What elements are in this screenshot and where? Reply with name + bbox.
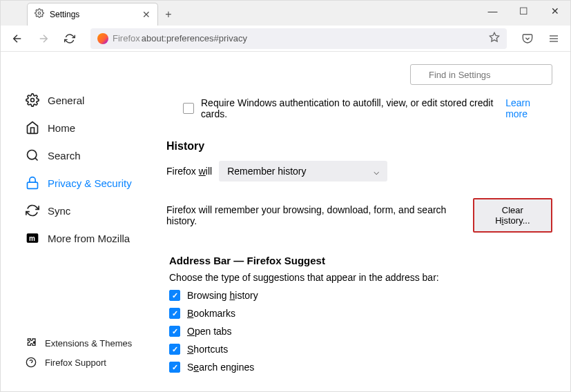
- sidebar-label: Privacy & Security: [48, 177, 132, 189]
- tab-title: Settings: [50, 10, 137, 19]
- svg-rect-8: [28, 182, 38, 188]
- toolbar: Firefox about:preferences#privacy: [1, 26, 570, 52]
- help-icon: [26, 357, 37, 368]
- sidebar-item-extensions[interactable]: Extensions & Themes: [21, 333, 153, 353]
- gear-icon: [35, 8, 44, 21]
- sidebar-label: Sync: [48, 205, 70, 217]
- windows-auth-label: Require Windows authentication to autofi…: [201, 97, 505, 119]
- url-text: Firefox about:preferences#privacy: [113, 33, 247, 43]
- opentabs-checkbox[interactable]: [169, 326, 180, 337]
- sync-icon: [26, 204, 39, 217]
- svg-line-7: [35, 158, 38, 161]
- bookmarks-label: Bookmarks: [187, 308, 235, 319]
- svg-point-0: [38, 12, 41, 14]
- back-button[interactable]: [8, 29, 27, 48]
- sidebar: General Home Search Privacy & Security S…: [1, 52, 153, 392]
- pocket-icon[interactable]: [518, 29, 537, 48]
- opentabs-label: Open tabs: [187, 326, 232, 337]
- forward-button[interactable]: [34, 29, 53, 48]
- svg-text:m: m: [29, 235, 35, 242]
- svg-marker-1: [490, 32, 499, 41]
- searchengines-label: Search engines: [187, 362, 254, 373]
- window-controls: — ☐ ✕: [477, 1, 570, 21]
- new-tab-button[interactable]: +: [158, 3, 179, 26]
- select-value: Remember history: [227, 166, 306, 177]
- windows-auth-checkbox[interactable]: [183, 103, 194, 114]
- svg-point-5: [31, 99, 35, 102]
- chevron-down-icon: ⌵: [374, 166, 379, 177]
- puzzle-icon: [26, 337, 37, 349]
- shortcuts-checkbox[interactable]: [169, 344, 180, 355]
- firefox-icon: [97, 33, 108, 44]
- lock-icon: [26, 176, 39, 190]
- searchengines-checkbox[interactable]: [169, 362, 180, 373]
- titlebar: Settings ✕ + — ☐ ✕: [1, 1, 570, 26]
- history-description: Firefox will remember your browsing, dow…: [166, 204, 473, 226]
- svg-point-6: [28, 150, 37, 159]
- url-bar[interactable]: Firefox about:preferences#privacy: [90, 28, 507, 49]
- gear-icon: [26, 93, 39, 107]
- history-heading: History: [166, 140, 552, 153]
- close-icon[interactable]: ✕: [142, 9, 151, 20]
- mozilla-icon: m: [26, 231, 39, 245]
- reload-button[interactable]: [60, 29, 79, 48]
- learn-more-link[interactable]: Learn more: [505, 97, 552, 119]
- minimize-button[interactable]: —: [477, 1, 508, 21]
- search-icon: [26, 148, 39, 162]
- bookmark-star-icon[interactable]: [489, 32, 500, 46]
- sidebar-label: Firefox Support: [45, 357, 106, 368]
- menu-icon[interactable]: [544, 29, 563, 48]
- shortcuts-label: Shortcuts: [187, 344, 228, 355]
- close-button[interactable]: ✕: [539, 1, 570, 21]
- history-mode-select[interactable]: Remember history ⌵: [219, 161, 387, 182]
- addressbar-heading: Address Bar — Firefox Suggest: [169, 255, 552, 266]
- browsing-history-label: Browsing history: [187, 290, 258, 301]
- sidebar-item-home[interactable]: Home: [21, 114, 153, 141]
- sidebar-item-privacy[interactable]: Privacy & Security: [21, 169, 153, 197]
- sidebar-label: General: [48, 95, 84, 106]
- sidebar-label: Extensions & Themes: [45, 338, 132, 349]
- sidebar-item-sync[interactable]: Sync: [21, 197, 153, 224]
- sidebar-item-more[interactable]: m More from Mozilla: [21, 224, 153, 252]
- bookmarks-checkbox[interactable]: [169, 308, 180, 319]
- addressbar-subheading: Choose the type of suggestions that appe…: [169, 272, 552, 283]
- sidebar-item-general[interactable]: General: [21, 86, 153, 114]
- sidebar-item-support[interactable]: Firefox Support: [21, 353, 153, 372]
- sidebar-label: Home: [48, 122, 75, 134]
- main-pane: Require Windows authentication to autofi…: [153, 52, 570, 392]
- maximize-button[interactable]: ☐: [508, 1, 539, 21]
- settings-search-input[interactable]: [410, 64, 552, 85]
- sidebar-label: More from Mozilla: [48, 233, 130, 244]
- sidebar-label: Search: [48, 150, 81, 161]
- browsing-history-checkbox[interactable]: [169, 290, 180, 301]
- home-icon: [26, 121, 39, 135]
- browser-tab[interactable]: Settings ✕: [27, 3, 158, 26]
- firefox-will-label: Firefox will: [166, 166, 212, 177]
- sidebar-item-search[interactable]: Search: [21, 141, 153, 169]
- clear-history-button[interactable]: Clear History...: [473, 198, 552, 233]
